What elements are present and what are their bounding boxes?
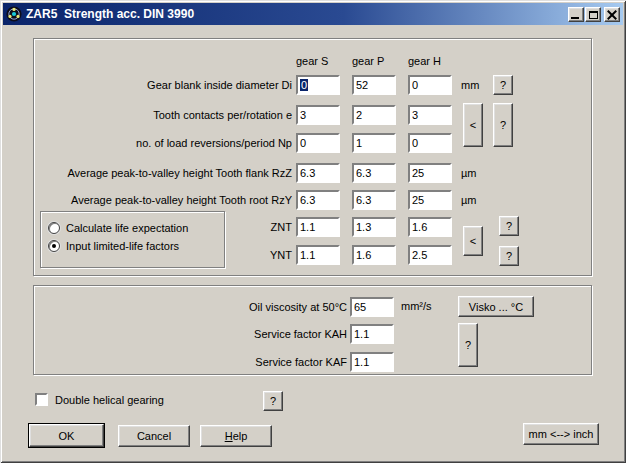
service-factor-kah-input[interactable] bbox=[350, 324, 394, 344]
window-title: ZAR5 Strength acc. DIN 3990 bbox=[26, 7, 194, 21]
rzz-unit-label: µm bbox=[461, 167, 477, 179]
znt-gear-p-input[interactable] bbox=[352, 217, 396, 237]
mm-inch-toggle-button[interactable]: mm <--> inch bbox=[523, 423, 599, 445]
help-znt-button[interactable]: ? bbox=[499, 216, 519, 236]
maximize-icon bbox=[589, 11, 598, 19]
di-gear-s-input[interactable]: 0 bbox=[296, 75, 340, 95]
rzz-label: Average peak-to-valley height Tooth flan… bbox=[36, 163, 292, 183]
tooth-contacts-gear-p-input[interactable] bbox=[352, 105, 396, 125]
visko-button[interactable]: Visko ... °C bbox=[458, 296, 534, 317]
back-contacts-button[interactable]: < bbox=[463, 103, 483, 147]
load-reversions-gear-h-input[interactable] bbox=[408, 133, 452, 153]
close-icon bbox=[607, 10, 617, 19]
selected-text: 0 bbox=[300, 79, 308, 91]
help-di-button[interactable]: ? bbox=[493, 75, 513, 95]
tooth-contacts-gear-h-input[interactable] bbox=[408, 105, 452, 125]
back-znt-ynt-button[interactable]: < bbox=[463, 226, 483, 256]
minimize-button[interactable] bbox=[568, 7, 584, 22]
rzz-gear-s-input[interactable] bbox=[296, 163, 340, 183]
service-factor-kaf-label: Service factor KAF bbox=[100, 352, 347, 371]
tooth-contacts-gear-s-input[interactable] bbox=[296, 105, 340, 125]
service-factor-kaf-input[interactable] bbox=[350, 352, 394, 372]
ynt-gear-s-input[interactable] bbox=[296, 245, 340, 265]
oil-viscosity-unit-label: mm²/s bbox=[401, 300, 432, 312]
help-service-factor-button[interactable]: ? bbox=[458, 323, 478, 367]
help-ynt-button[interactable]: ? bbox=[499, 246, 519, 266]
ok-button[interactable]: OK bbox=[29, 424, 104, 447]
tooth-contacts-label: Tooth contacts per/rotation e bbox=[36, 105, 292, 125]
titlebar: ZAR5 Strength acc. DIN 3990 bbox=[3, 3, 623, 25]
column-header-gear-s: gear S bbox=[296, 55, 346, 68]
rzz-gear-h-input[interactable] bbox=[408, 163, 452, 183]
dialog-window: ZAR5 Strength acc. DIN 3990 gear S gear … bbox=[0, 0, 626, 463]
znt-gear-h-input[interactable] bbox=[408, 217, 452, 237]
di-unit-label: mm bbox=[461, 79, 479, 91]
close-button[interactable] bbox=[604, 7, 620, 22]
di-gear-p-input[interactable] bbox=[352, 75, 396, 95]
di-label: Gear blank inside diameter Di bbox=[36, 75, 292, 95]
help-contacts-button[interactable]: ? bbox=[493, 103, 513, 147]
di-gear-h-input[interactable] bbox=[408, 75, 452, 95]
column-header-gear-h: gear H bbox=[408, 55, 458, 68]
znt-label: ZNT bbox=[36, 217, 292, 237]
load-reversions-gear-p-input[interactable] bbox=[352, 133, 396, 153]
rzy-label: Average peak-to-valley height Tooth root… bbox=[36, 190, 292, 210]
rzz-gear-p-input[interactable] bbox=[352, 163, 396, 183]
maximize-button[interactable] bbox=[585, 7, 601, 22]
double-helical-label: Double helical gearing bbox=[55, 394, 164, 406]
minimize-icon bbox=[571, 17, 579, 19]
ynt-gear-h-input[interactable] bbox=[408, 245, 452, 265]
app-icon[interactable] bbox=[6, 6, 22, 22]
cancel-button[interactable]: Cancel bbox=[118, 425, 190, 447]
column-header-gear-p: gear P bbox=[352, 55, 402, 68]
help-button[interactable]: Help bbox=[200, 425, 272, 447]
znt-gear-s-input[interactable] bbox=[296, 217, 340, 237]
oil-viscosity-input[interactable] bbox=[350, 297, 394, 317]
load-reversions-label: no. of load reversions/period Np bbox=[36, 133, 292, 153]
rzy-gear-h-input[interactable] bbox=[408, 190, 452, 210]
load-reversions-gear-s-input[interactable] bbox=[296, 133, 340, 153]
rzy-gear-s-input[interactable] bbox=[296, 190, 340, 210]
ynt-label: YNT bbox=[36, 245, 292, 265]
rzy-gear-p-input[interactable] bbox=[352, 190, 396, 210]
oil-viscosity-label: Oil viscosity at 50°C bbox=[100, 297, 347, 316]
help-double-helical-button[interactable]: ? bbox=[263, 391, 283, 411]
service-factor-kah-label: Service factor KAH bbox=[100, 324, 347, 343]
help-button-label: Help bbox=[225, 430, 248, 442]
double-helical-checkbox[interactable] bbox=[35, 393, 48, 406]
ynt-gear-p-input[interactable] bbox=[352, 245, 396, 265]
rzy-unit-label: µm bbox=[461, 194, 477, 206]
